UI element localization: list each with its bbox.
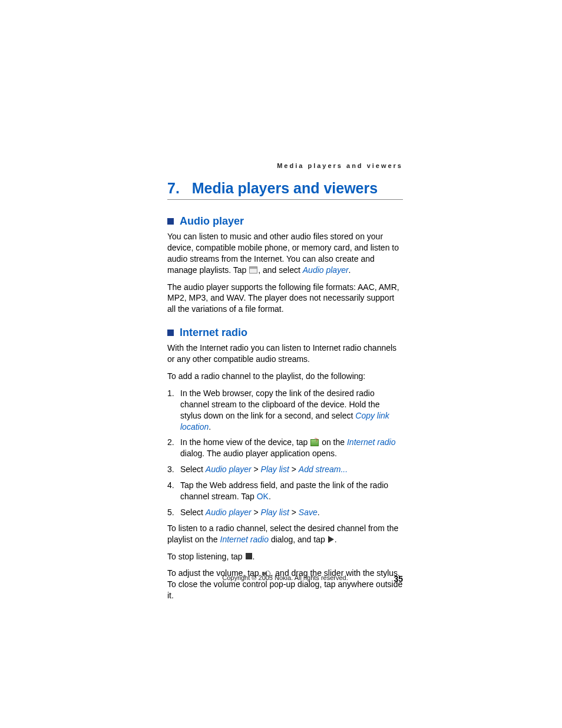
text: > xyxy=(252,508,261,517)
step-number: 5. xyxy=(167,507,180,518)
text: > xyxy=(289,508,299,517)
text: . xyxy=(253,552,255,561)
step-number: 4. xyxy=(167,480,180,502)
link-audio-player[interactable]: Audio player xyxy=(206,465,252,474)
step-text: Select Audio player > Play list > Save. xyxy=(180,507,403,518)
text: , and select xyxy=(258,265,303,275)
chapter-text: Media players and viewers xyxy=(192,180,378,196)
paragraph: The audio player supports the following … xyxy=(167,282,403,315)
step-number: 3. xyxy=(167,464,180,475)
list-item: 2. In the home view of the device, tap o… xyxy=(167,437,403,459)
step-list: 1. In the Web browser, copy the link of … xyxy=(167,388,403,518)
text: . xyxy=(349,265,351,275)
paragraph: To stop listening, tap . xyxy=(167,551,403,562)
paragraph: To add a radio channel to the playlist, … xyxy=(167,371,403,382)
link-audio-player[interactable]: Audio player xyxy=(303,265,349,275)
paragraph: You can listen to music and other audio … xyxy=(167,231,403,276)
list-item: 1. In the Web browser, copy the link of … xyxy=(167,388,403,433)
chapter-title: 7. Media players and viewers xyxy=(167,180,403,200)
ok-label: OK xyxy=(257,492,269,501)
link-audio-player[interactable]: Audio player xyxy=(206,508,252,517)
bullet-square-icon xyxy=(167,330,174,336)
paragraph: To adjust the volume, tap , and drag the… xyxy=(167,568,403,601)
text: Tap the Web address field, and paste the… xyxy=(180,480,388,501)
step-number: 2. xyxy=(167,437,180,459)
running-head: Media players and viewers xyxy=(167,162,403,169)
paragraph: With the Internet radio you can listen t… xyxy=(167,342,403,365)
list-item: 3. Select Audio player > Play list > Add… xyxy=(167,464,403,475)
link-play-list[interactable]: Play list xyxy=(261,508,289,517)
link-internet-radio[interactable]: Internet radio xyxy=(220,535,269,544)
text: Select xyxy=(180,465,206,474)
step-text: Tap the Web address field, and paste the… xyxy=(180,480,403,502)
chapter-number: 7. xyxy=(167,180,180,196)
text: dialog. The audio player application ope… xyxy=(180,449,337,458)
page-footer: Copyright © 2005 Nokia. All rights reser… xyxy=(167,574,403,581)
page-number: 35 xyxy=(394,574,403,584)
section-internet-radio: Internet radio xyxy=(167,327,403,339)
step-text: In the Web browser, copy the link of the… xyxy=(180,388,403,433)
text: > xyxy=(252,465,261,474)
text: To stop listening, tap xyxy=(167,552,245,561)
bullet-square-icon xyxy=(167,218,174,225)
text: dialog, and tap xyxy=(269,535,328,544)
step-text: Select Audio player > Play list > Add st… xyxy=(180,464,403,475)
text: . xyxy=(318,508,320,517)
step-text: In the home view of the device, tap on t… xyxy=(180,437,403,459)
link-add-stream[interactable]: Add stream... xyxy=(299,465,348,474)
play-icon xyxy=(328,536,334,543)
step-number: 1. xyxy=(167,388,180,433)
text: In the Web browser, copy the link of the… xyxy=(180,388,380,420)
text: . xyxy=(209,422,211,431)
link-internet-radio[interactable]: Internet radio xyxy=(347,437,396,447)
link-play-list[interactable]: Play list xyxy=(261,465,289,474)
text: In the home view of the device, tap xyxy=(180,437,310,447)
text: . xyxy=(335,535,337,544)
section-audio-player: Audio player xyxy=(167,215,403,228)
list-item: 5. Select Audio player > Play list > Sav… xyxy=(167,507,403,518)
section-title: Audio player xyxy=(180,215,244,228)
text: > xyxy=(289,465,299,474)
text: Select xyxy=(180,508,206,517)
copyright-text: Copyright © 2005 Nokia. All rights reser… xyxy=(222,574,348,581)
page-content: Media players and viewers 7. Media playe… xyxy=(167,162,403,607)
stop-icon xyxy=(246,553,252,559)
paragraph: To listen to a radio channel, select the… xyxy=(167,523,403,545)
task-navigator-icon xyxy=(249,266,257,274)
internet-radio-icon xyxy=(310,439,319,446)
section-title: Internet radio xyxy=(180,327,247,339)
list-item: 4. Tap the Web address field, and paste … xyxy=(167,480,403,502)
link-save[interactable]: Save xyxy=(299,508,318,517)
text: . xyxy=(269,492,271,501)
text: on the xyxy=(319,437,347,447)
